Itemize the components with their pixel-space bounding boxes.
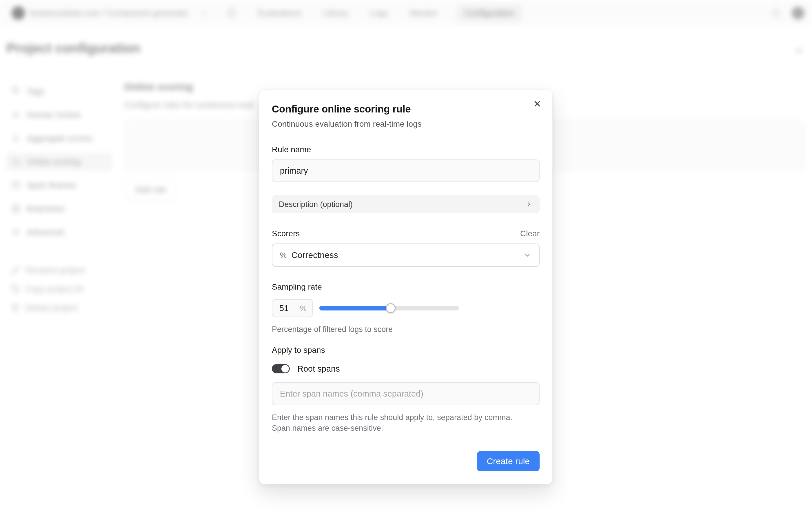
sampling-rate-field[interactable]: 51 %: [272, 299, 313, 317]
close-icon[interactable]: ✕: [531, 97, 544, 110]
span-names-input[interactable]: [280, 383, 531, 405]
slider-fill: [319, 306, 390, 311]
root-spans-row: Root spans: [272, 362, 540, 375]
modal-subtitle: Continuous evaluation from real-time log…: [272, 119, 540, 129]
percent-icon: %: [280, 251, 287, 260]
scorers-row: Scorers Clear: [272, 228, 540, 239]
sampling-rate-slider[interactable]: [319, 303, 459, 313]
rule-name-label: Rule name: [272, 144, 540, 155]
screen: braintrustdata.com / Component generator…: [0, 0, 812, 516]
apply-to-spans-label: Apply to spans: [272, 345, 540, 355]
configure-rule-modal: ✕ Configure online scoring rule Continuo…: [259, 90, 553, 484]
slider-thumb[interactable]: [386, 303, 396, 313]
sampling-rate-helper: Percentage of filtered logs to score: [272, 324, 540, 335]
sampling-rate-value: 51: [279, 304, 289, 313]
toggle-knob: [281, 365, 289, 373]
root-spans-toggle[interactable]: [272, 364, 290, 373]
modal-footer: Create rule: [272, 451, 540, 471]
chevron-down-icon: [523, 251, 531, 259]
chevron-right-icon: [525, 201, 533, 208]
rule-name-field: [272, 160, 540, 182]
sampling-rate-unit: %: [300, 304, 307, 313]
scorers-clear-button[interactable]: Clear: [520, 229, 540, 238]
span-names-helper: Enter the span names this rule should ap…: [272, 412, 533, 434]
span-names-field: [272, 382, 540, 405]
scorers-label: Scorers: [272, 228, 300, 239]
description-accordion[interactable]: Description (optional): [272, 195, 540, 213]
rule-name-input[interactable]: [280, 160, 531, 181]
scorer-select[interactable]: % Correctness: [272, 243, 540, 267]
root-spans-label: Root spans: [297, 364, 340, 374]
sampling-rate-row: 51 %: [272, 299, 540, 317]
modal-title: Configure online scoring rule: [272, 103, 540, 115]
scorer-selected-value: Correctness: [291, 250, 338, 260]
sampling-rate-label: Sampling rate: [272, 282, 540, 292]
create-rule-button[interactable]: Create rule: [477, 451, 540, 471]
description-label: Description (optional): [279, 200, 353, 209]
